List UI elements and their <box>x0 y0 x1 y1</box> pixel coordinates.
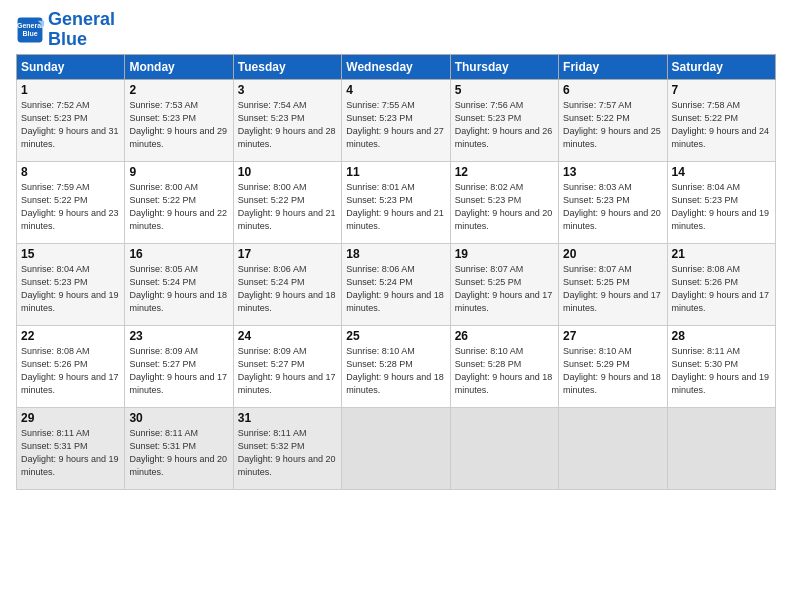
day-cell: 19 Sunrise: 8:07 AM Sunset: 5:25 PM Dayl… <box>450 243 558 325</box>
day-info: Sunrise: 8:04 AM Sunset: 5:23 PM Dayligh… <box>21 263 120 315</box>
header-row: General Blue GeneralBlue <box>16 10 776 50</box>
day-number: 12 <box>455 165 554 179</box>
day-info: Sunrise: 8:11 AM Sunset: 5:30 PM Dayligh… <box>672 345 771 397</box>
day-info: Sunrise: 8:05 AM Sunset: 5:24 PM Dayligh… <box>129 263 228 315</box>
day-cell: 11 Sunrise: 8:01 AM Sunset: 5:23 PM Dayl… <box>342 161 450 243</box>
day-info: Sunrise: 8:10 AM Sunset: 5:28 PM Dayligh… <box>455 345 554 397</box>
col-saturday: Saturday <box>667 54 775 79</box>
day-info: Sunrise: 7:55 AM Sunset: 5:23 PM Dayligh… <box>346 99 445 151</box>
day-number: 13 <box>563 165 662 179</box>
day-number: 15 <box>21 247 120 261</box>
day-number: 26 <box>455 329 554 343</box>
day-number: 20 <box>563 247 662 261</box>
day-info: Sunrise: 8:03 AM Sunset: 5:23 PM Dayligh… <box>563 181 662 233</box>
day-cell <box>342 407 450 489</box>
day-cell: 23 Sunrise: 8:09 AM Sunset: 5:27 PM Dayl… <box>125 325 233 407</box>
day-cell: 10 Sunrise: 8:00 AM Sunset: 5:22 PM Dayl… <box>233 161 341 243</box>
day-info: Sunrise: 8:04 AM Sunset: 5:23 PM Dayligh… <box>672 181 771 233</box>
day-number: 28 <box>672 329 771 343</box>
day-info: Sunrise: 8:02 AM Sunset: 5:23 PM Dayligh… <box>455 181 554 233</box>
day-number: 8 <box>21 165 120 179</box>
week-row-4: 22 Sunrise: 8:08 AM Sunset: 5:26 PM Dayl… <box>17 325 776 407</box>
col-friday: Friday <box>559 54 667 79</box>
day-number: 21 <box>672 247 771 261</box>
day-info: Sunrise: 8:07 AM Sunset: 5:25 PM Dayligh… <box>455 263 554 315</box>
day-cell: 28 Sunrise: 8:11 AM Sunset: 5:30 PM Dayl… <box>667 325 775 407</box>
day-info: Sunrise: 8:09 AM Sunset: 5:27 PM Dayligh… <box>129 345 228 397</box>
day-cell: 27 Sunrise: 8:10 AM Sunset: 5:29 PM Dayl… <box>559 325 667 407</box>
day-cell: 15 Sunrise: 8:04 AM Sunset: 5:23 PM Dayl… <box>17 243 125 325</box>
col-sunday: Sunday <box>17 54 125 79</box>
day-cell: 30 Sunrise: 8:11 AM Sunset: 5:31 PM Dayl… <box>125 407 233 489</box>
day-cell: 18 Sunrise: 8:06 AM Sunset: 5:24 PM Dayl… <box>342 243 450 325</box>
logo: General Blue GeneralBlue <box>16 10 115 50</box>
day-cell: 29 Sunrise: 8:11 AM Sunset: 5:31 PM Dayl… <box>17 407 125 489</box>
day-cell: 1 Sunrise: 7:52 AM Sunset: 5:23 PM Dayli… <box>17 79 125 161</box>
day-cell: 3 Sunrise: 7:54 AM Sunset: 5:23 PM Dayli… <box>233 79 341 161</box>
col-wednesday: Wednesday <box>342 54 450 79</box>
day-info: Sunrise: 7:57 AM Sunset: 5:22 PM Dayligh… <box>563 99 662 151</box>
day-cell: 25 Sunrise: 8:10 AM Sunset: 5:28 PM Dayl… <box>342 325 450 407</box>
day-cell: 16 Sunrise: 8:05 AM Sunset: 5:24 PM Dayl… <box>125 243 233 325</box>
day-number: 22 <box>21 329 120 343</box>
day-number: 30 <box>129 411 228 425</box>
day-number: 18 <box>346 247 445 261</box>
day-cell: 17 Sunrise: 8:06 AM Sunset: 5:24 PM Dayl… <box>233 243 341 325</box>
day-number: 11 <box>346 165 445 179</box>
day-cell: 26 Sunrise: 8:10 AM Sunset: 5:28 PM Dayl… <box>450 325 558 407</box>
day-info: Sunrise: 7:59 AM Sunset: 5:22 PM Dayligh… <box>21 181 120 233</box>
week-row-3: 15 Sunrise: 8:04 AM Sunset: 5:23 PM Dayl… <box>17 243 776 325</box>
day-info: Sunrise: 8:11 AM Sunset: 5:31 PM Dayligh… <box>129 427 228 479</box>
day-info: Sunrise: 8:10 AM Sunset: 5:29 PM Dayligh… <box>563 345 662 397</box>
day-info: Sunrise: 7:53 AM Sunset: 5:23 PM Dayligh… <box>129 99 228 151</box>
day-info: Sunrise: 8:08 AM Sunset: 5:26 PM Dayligh… <box>21 345 120 397</box>
day-cell: 7 Sunrise: 7:58 AM Sunset: 5:22 PM Dayli… <box>667 79 775 161</box>
day-number: 4 <box>346 83 445 97</box>
day-number: 7 <box>672 83 771 97</box>
day-number: 29 <box>21 411 120 425</box>
day-cell <box>559 407 667 489</box>
day-info: Sunrise: 8:06 AM Sunset: 5:24 PM Dayligh… <box>238 263 337 315</box>
day-cell: 20 Sunrise: 8:07 AM Sunset: 5:25 PM Dayl… <box>559 243 667 325</box>
day-number: 3 <box>238 83 337 97</box>
day-info: Sunrise: 8:09 AM Sunset: 5:27 PM Dayligh… <box>238 345 337 397</box>
day-info: Sunrise: 8:00 AM Sunset: 5:22 PM Dayligh… <box>129 181 228 233</box>
day-info: Sunrise: 8:07 AM Sunset: 5:25 PM Dayligh… <box>563 263 662 315</box>
main-container: General Blue GeneralBlue Sunday Monday T… <box>0 0 792 500</box>
day-number: 27 <box>563 329 662 343</box>
col-tuesday: Tuesday <box>233 54 341 79</box>
day-cell: 9 Sunrise: 8:00 AM Sunset: 5:22 PM Dayli… <box>125 161 233 243</box>
day-number: 6 <box>563 83 662 97</box>
day-info: Sunrise: 8:11 AM Sunset: 5:31 PM Dayligh… <box>21 427 120 479</box>
day-cell: 13 Sunrise: 8:03 AM Sunset: 5:23 PM Dayl… <box>559 161 667 243</box>
day-cell: 6 Sunrise: 7:57 AM Sunset: 5:22 PM Dayli… <box>559 79 667 161</box>
day-number: 25 <box>346 329 445 343</box>
day-cell: 31 Sunrise: 8:11 AM Sunset: 5:32 PM Dayl… <box>233 407 341 489</box>
svg-text:Blue: Blue <box>22 30 37 37</box>
week-row-2: 8 Sunrise: 7:59 AM Sunset: 5:22 PM Dayli… <box>17 161 776 243</box>
day-info: Sunrise: 8:06 AM Sunset: 5:24 PM Dayligh… <box>346 263 445 315</box>
day-number: 14 <box>672 165 771 179</box>
day-info: Sunrise: 7:58 AM Sunset: 5:22 PM Dayligh… <box>672 99 771 151</box>
day-number: 16 <box>129 247 228 261</box>
day-cell: 14 Sunrise: 8:04 AM Sunset: 5:23 PM Dayl… <box>667 161 775 243</box>
week-row-5: 29 Sunrise: 8:11 AM Sunset: 5:31 PM Dayl… <box>17 407 776 489</box>
day-number: 23 <box>129 329 228 343</box>
header-row-days: Sunday Monday Tuesday Wednesday Thursday… <box>17 54 776 79</box>
day-cell: 2 Sunrise: 7:53 AM Sunset: 5:23 PM Dayli… <box>125 79 233 161</box>
day-number: 10 <box>238 165 337 179</box>
day-number: 17 <box>238 247 337 261</box>
day-number: 2 <box>129 83 228 97</box>
day-cell <box>667 407 775 489</box>
day-info: Sunrise: 7:56 AM Sunset: 5:23 PM Dayligh… <box>455 99 554 151</box>
day-cell: 5 Sunrise: 7:56 AM Sunset: 5:23 PM Dayli… <box>450 79 558 161</box>
day-cell: 24 Sunrise: 8:09 AM Sunset: 5:27 PM Dayl… <box>233 325 341 407</box>
day-info: Sunrise: 8:01 AM Sunset: 5:23 PM Dayligh… <box>346 181 445 233</box>
day-cell: 22 Sunrise: 8:08 AM Sunset: 5:26 PM Dayl… <box>17 325 125 407</box>
week-row-1: 1 Sunrise: 7:52 AM Sunset: 5:23 PM Dayli… <box>17 79 776 161</box>
day-number: 1 <box>21 83 120 97</box>
day-cell <box>450 407 558 489</box>
day-number: 24 <box>238 329 337 343</box>
day-cell: 8 Sunrise: 7:59 AM Sunset: 5:22 PM Dayli… <box>17 161 125 243</box>
day-info: Sunrise: 8:10 AM Sunset: 5:28 PM Dayligh… <box>346 345 445 397</box>
